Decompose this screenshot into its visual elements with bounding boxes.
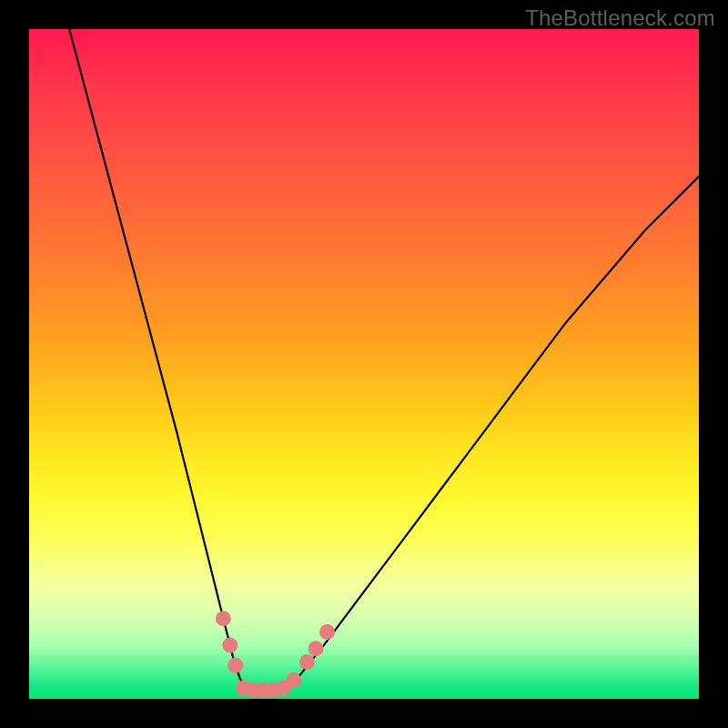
plot-area — [29, 29, 699, 699]
watermark-text: TheBottleneck.com — [525, 5, 715, 31]
curve-markers — [216, 611, 335, 698]
curve-marker — [222, 638, 238, 653]
curve-marker — [299, 654, 315, 670]
bottleneck-curve — [69, 29, 699, 691]
chart-frame: TheBottleneck.com — [0, 0, 728, 728]
chart-svg — [29, 29, 699, 699]
curve-marker — [308, 641, 324, 656]
curve-marker — [319, 624, 335, 640]
curve-marker — [228, 658, 243, 673]
curve-marker — [216, 611, 231, 626]
curve-marker — [286, 672, 301, 688]
